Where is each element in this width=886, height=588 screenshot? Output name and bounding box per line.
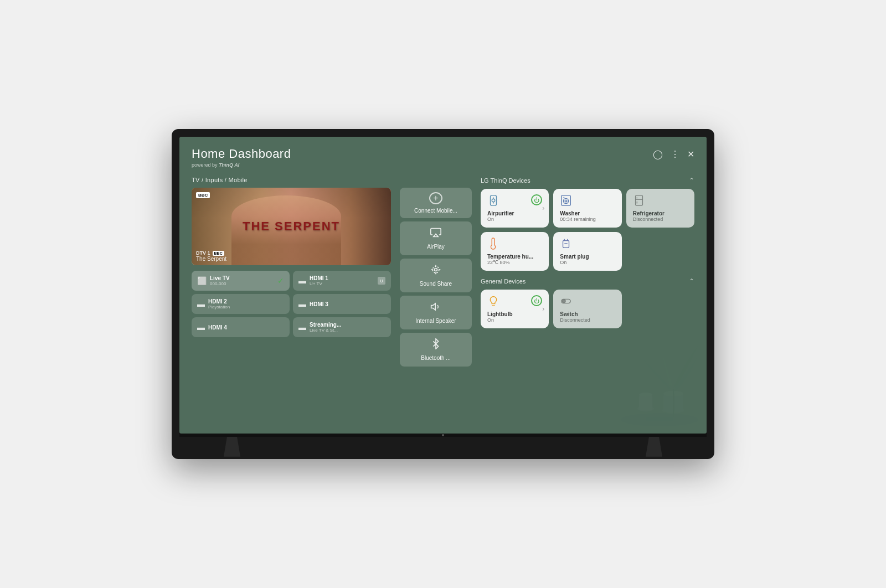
svg-marker-11: [431, 303, 436, 310]
input-live-tv[interactable]: ⬜ Live TV 000-000 ✓: [192, 271, 290, 291]
internal-speaker-tile[interactable]: Internal Speaker: [400, 296, 472, 329]
tv-inputs-section: TV / Inputs / Mobile BBC: [192, 177, 391, 424]
bluetooth-icon: [430, 338, 441, 352]
svg-rect-16: [562, 195, 571, 205]
sound-share-tile[interactable]: Sound Share: [400, 259, 472, 292]
airpurifier-icon: [487, 194, 499, 209]
thinq-collapse-btn[interactable]: ⌃: [689, 177, 694, 184]
switch-tile[interactable]: Switch Disconnected: [553, 290, 621, 328]
main-content: TV / Inputs / Mobile BBC: [192, 177, 694, 424]
input-hdmi3[interactable]: ▬ HDMI 3: [293, 294, 391, 314]
person-icon[interactable]: ◯: [653, 149, 663, 159]
lightbulb-icon: [487, 295, 499, 310]
bbc-badge: BBC: [196, 192, 210, 198]
svg-rect-12: [491, 195, 497, 205]
refrigerator-tile[interactable]: Refrigerator Disconnected: [626, 189, 694, 228]
smartplug-icon: [560, 238, 572, 252]
washer-icon: [560, 194, 572, 209]
general-section-label: General Devices: [481, 278, 526, 285]
sound-share-icon: [430, 264, 441, 277]
lightbulb-chevron: ›: [542, 305, 544, 313]
svg-point-9: [435, 269, 437, 271]
general-devices: General Devices ⌃: [481, 277, 694, 328]
svg-point-29: [563, 300, 566, 303]
hdmi1-badge: U: [378, 277, 385, 285]
close-icon[interactable]: ✕: [687, 149, 694, 159]
temperature-tile[interactable]: Temperature hu... 22℃ 80%: [481, 232, 549, 271]
dashboard-header: Home Dashboard powered by ThinQ AI ◯ ⋮ ✕: [192, 147, 694, 168]
powered-by-label: powered by ThinQ AI: [192, 162, 291, 168]
home-dashboard: Home Dashboard powered by ThinQ AI ◯ ⋮ ✕…: [179, 137, 707, 434]
svg-marker-8: [434, 234, 438, 237]
input-grid: ⬜ Live TV 000-000 ✓ ▬ HDMI 1 U+ TV: [192, 271, 391, 337]
svg-point-13: [492, 199, 495, 203]
hdmi2-icon: ▬: [197, 300, 205, 308]
svg-rect-24: [563, 241, 569, 248]
plus-icon: +: [429, 192, 442, 204]
svg-point-17: [564, 199, 569, 204]
active-check-icon: ✓: [277, 276, 284, 285]
tv-stand: [179, 437, 707, 459]
airpurifier-chevron: ›: [542, 204, 544, 212]
hdmi1-icon: ▬: [298, 276, 306, 285]
connect-mobile-tile[interactable]: + Connect Mobile...: [400, 188, 472, 218]
lightbulb-power-btn[interactable]: ⏻: [531, 295, 542, 306]
thinq-devices: LG ThinQ Devices ⌃: [481, 177, 694, 271]
input-hdmi2[interactable]: ▬ HDMI 2 Playstation: [192, 294, 290, 314]
svg-point-18: [565, 200, 567, 202]
live-tv-icon: ⬜: [197, 276, 207, 285]
hdmi4-icon: ▬: [197, 323, 205, 332]
tv-inputs-label: TV / Inputs / Mobile: [192, 177, 391, 183]
streaming-icon: ▬: [298, 323, 306, 332]
airplay-icon: [430, 227, 441, 240]
svg-rect-20: [635, 195, 642, 205]
stand-leg-left: [224, 437, 240, 457]
general-device-grid: ⏻ Lightbulb On ›: [481, 290, 694, 328]
thinq-section-label: LG ThinQ Devices: [481, 177, 530, 184]
airpurifier-tile[interactable]: ⏻ Airpurifier On ›: [481, 189, 549, 228]
bluetooth-tile[interactable]: Bluetooth ...: [400, 333, 472, 367]
input-hdmi4[interactable]: ▬ HDMI 4: [192, 317, 290, 337]
tv-preview[interactable]: BBC THE SERPENT DTV 1 BBC The Serpent: [192, 188, 391, 265]
input-hdmi1[interactable]: ▬ HDMI 1 U+ TV U: [293, 271, 391, 291]
temperature-icon: [487, 238, 499, 252]
airpurifier-power-btn[interactable]: ⏻: [531, 194, 542, 205]
mobile-audio-section: + Connect Mobile... AirPlay: [400, 188, 472, 424]
washer-tile[interactable]: Washer 00:34 remaining: [553, 189, 621, 228]
page-title: Home Dashboard: [192, 147, 291, 161]
hdmi3-icon: ▬: [298, 300, 306, 308]
tv-frame: Home Dashboard powered by ThinQ AI ◯ ⋮ ✕…: [172, 129, 714, 459]
channel-info: DTV 1 BBC The Serpent: [196, 250, 226, 262]
general-collapse-btn[interactable]: ⌃: [689, 277, 694, 285]
more-options-icon[interactable]: ⋮: [671, 149, 679, 159]
smartplug-tile[interactable]: Smart plug On: [553, 232, 621, 271]
switch-icon: [560, 295, 572, 310]
svg-point-10: [432, 266, 439, 273]
speaker-icon: [430, 301, 441, 314]
lightbulb-tile[interactable]: ⏻ Lightbulb On ›: [481, 290, 549, 328]
refrigerator-icon: [633, 194, 645, 209]
tv-screen: Home Dashboard powered by ThinQ AI ◯ ⋮ ✕…: [179, 137, 707, 434]
power-indicator: [442, 434, 444, 436]
stand-leg-right: [646, 437, 662, 457]
airplay-tile[interactable]: AirPlay: [400, 221, 472, 255]
thinq-device-grid: ⏻ Airpurifier On ›: [481, 189, 694, 271]
devices-section: LG ThinQ Devices ⌃: [481, 177, 694, 424]
input-streaming[interactable]: ▬ Streaming... Live TV & St...: [293, 317, 391, 337]
